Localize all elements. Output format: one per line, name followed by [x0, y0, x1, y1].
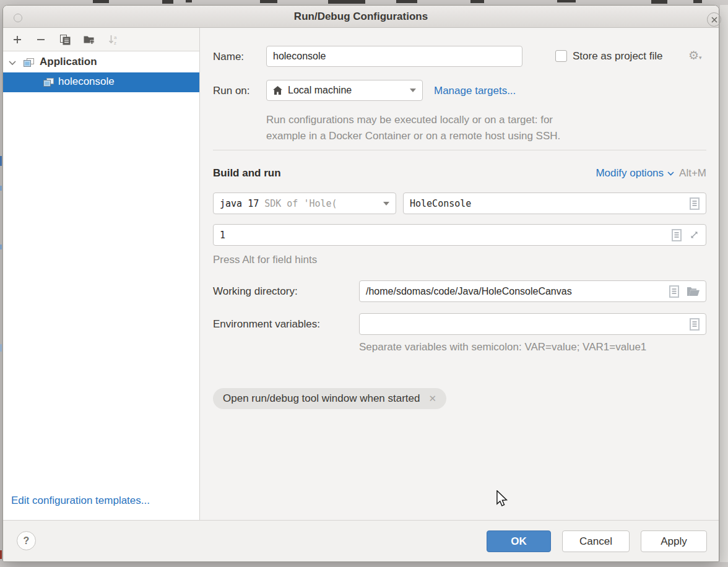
tree-item-label: holeconsole [58, 76, 115, 88]
store-as-project-file-checkbox[interactable] [555, 50, 567, 62]
environment-variables-hint: Separate variables with semicolon: VAR=v… [359, 341, 646, 353]
tag-close-icon[interactable]: ✕ [428, 393, 436, 404]
add-configuration-button[interactable] [9, 31, 26, 48]
help-label: ? [24, 535, 30, 547]
open-folder-icon[interactable] [687, 287, 700, 296]
name-input[interactable] [266, 46, 522, 67]
edit-configuration-templates-link[interactable]: Edit configuration templates... [11, 495, 150, 507]
program-arguments-field[interactable]: 1 [213, 224, 706, 246]
name-label: Name: [213, 51, 244, 63]
sort-alphabetically-icon: a z [108, 35, 118, 45]
svg-text:a: a [114, 35, 117, 40]
main-class-field[interactable]: HoleConsole [403, 193, 706, 214]
background-artifact [557, 0, 576, 2]
macros-icon[interactable] [669, 285, 679, 298]
run-on-label: Run on: [213, 85, 250, 97]
environment-variables-label: Environment variables: [213, 318, 320, 331]
environment-variables-field[interactable] [359, 313, 706, 335]
working-directory-label: Working directory: [213, 285, 298, 298]
background-artifact [186, 0, 192, 2]
modify-options-shortcut: Alt+M [679, 167, 706, 180]
close-icon [711, 17, 717, 23]
cancel-button[interactable]: Cancel [562, 530, 630, 552]
run-on-hint-line2: example in a Docker Container or on a re… [266, 130, 560, 142]
copy-configuration-button[interactable] [56, 31, 74, 48]
run-on-select[interactable]: Local machine [266, 80, 423, 101]
program-arguments-value: 1 [220, 230, 225, 241]
store-as-project-file-label: Store as project file [573, 50, 663, 63]
background-artifact [0, 186, 2, 191]
background-artifact [0, 156, 2, 166]
home-icon [273, 86, 282, 95]
run-on-hint-line1: Run configurations may be executed local… [266, 114, 553, 126]
macros-icon[interactable] [672, 229, 682, 241]
configurations-toolbar: a z [3, 28, 199, 51]
working-directory-field[interactable]: /home/sdomas/code/Java/HoleConsoleCanvas [359, 280, 706, 302]
open-tool-window-tag: Open run/debug tool window when started … [213, 388, 446, 409]
main-class-value: HoleConsole [410, 198, 471, 209]
copy-icon [60, 35, 71, 45]
tree-group-label: Application [40, 56, 97, 68]
new-folder-button[interactable] [80, 31, 98, 48]
tree-group-application[interactable]: Application [3, 53, 199, 72]
section-divider [213, 150, 706, 150]
background-artifact [162, 0, 173, 4]
background-artifact [0, 344, 2, 352]
title-bar: Run/Debug Configurations [3, 6, 719, 28]
tree-item-holeconsole[interactable]: holeconsole [3, 72, 199, 92]
expand-icon[interactable] [689, 230, 700, 240]
chevron-down-icon [667, 171, 674, 176]
combo-arrow-icon [410, 89, 416, 92]
tag-label: Open run/debug tool window when started [223, 392, 420, 405]
apply-button[interactable]: Apply [641, 530, 707, 552]
modify-options-wrap: Modify options Alt+M [596, 167, 706, 180]
run-on-value: Local machine [288, 85, 352, 96]
chevron-down-icon[interactable] [9, 61, 16, 66]
background-artifact [693, 0, 702, 3]
close-button[interactable] [707, 12, 721, 27]
manage-targets-link[interactable]: Manage targets... [434, 85, 516, 97]
ok-button[interactable]: OK [487, 530, 551, 552]
background-strip [720, 5, 728, 562]
background-artifact [396, 0, 417, 3]
background-artifact [470, 0, 484, 3]
dialog-title: Run/Debug Configurations [3, 11, 719, 23]
background-artifact [0, 550, 2, 559]
jre-suffix: SDK of 'Hole( [264, 198, 337, 209]
modify-options-label: Modify options [596, 167, 664, 180]
svg-text:z: z [114, 40, 116, 45]
background-artifact [260, 0, 277, 3]
sort-configurations-button[interactable]: a z [105, 31, 122, 48]
working-directory-value: /home/sdomas/code/Java/HoleConsoleCanvas [366, 286, 572, 297]
macros-icon[interactable] [690, 318, 700, 331]
application-type-icon [43, 78, 54, 87]
remove-icon [37, 38, 45, 41]
background-artifact [328, 0, 365, 4]
application-type-icon [24, 58, 34, 67]
help-button[interactable]: ? [17, 531, 36, 550]
build-and-run-title: Build and run [213, 167, 281, 180]
remove-configuration-button[interactable] [32, 31, 50, 48]
macros-icon[interactable] [690, 197, 700, 210]
background-artifact [93, 0, 109, 3]
sidebar-divider [199, 28, 200, 520]
background-artifact [651, 0, 667, 4]
field-hints-text: Press Alt for field hints [213, 254, 317, 266]
add-icon [13, 35, 22, 44]
modify-options-link[interactable]: Modify options [596, 167, 674, 180]
screen: Run/Debug Configurations [0, 0, 728, 567]
combo-arrow-icon [383, 202, 389, 206]
jre-select[interactable]: java 17 SDK of 'Hole( [213, 193, 396, 214]
configurations-tree [3, 51, 199, 520]
jre-value: java 17 [220, 198, 259, 209]
background-artifact [0, 245, 2, 249]
gear-icon[interactable]: ⚙▾ [688, 48, 702, 63]
new-folder-icon [84, 35, 95, 45]
